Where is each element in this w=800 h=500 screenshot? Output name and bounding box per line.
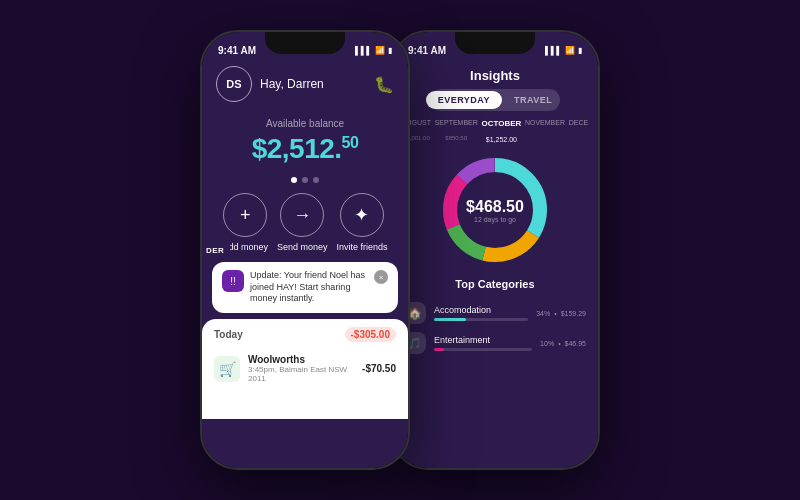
month-october-label: OCTOBER bbox=[481, 119, 521, 128]
carousel-dots bbox=[202, 177, 408, 183]
right-wifi-icon: 📶 bbox=[565, 46, 575, 55]
battery-icon: ▮ bbox=[388, 46, 392, 55]
month-september[interactable]: SEPTEMBER $850.50 bbox=[435, 119, 478, 146]
left-phone: 9:41 AM ▌▌▌ 📶 ▮ DS Hay, Darren 🐛 Availab… bbox=[200, 30, 410, 470]
balance-amount: $2,512.50 bbox=[202, 133, 408, 165]
entertainment-bar bbox=[434, 348, 444, 351]
dot-2[interactable] bbox=[302, 177, 308, 183]
accommodation-bar bbox=[434, 318, 466, 321]
left-time: 9:41 AM bbox=[218, 45, 256, 56]
transactions-header: Today -$305.00 bbox=[214, 327, 396, 342]
right-notch bbox=[455, 32, 535, 54]
entertainment-dot: • bbox=[558, 340, 560, 347]
wifi-icon: 📶 bbox=[375, 46, 385, 55]
balance-label: Available balance bbox=[202, 118, 408, 129]
balance-section: Available balance $2,512.50 bbox=[202, 108, 408, 171]
transaction-info: Woolworths 3:45pm, Balmain East NSW 2011 bbox=[248, 354, 354, 383]
send-money-button[interactable]: → Send money bbox=[277, 193, 328, 252]
donut-chart: $468.50 12 days to go bbox=[392, 150, 598, 270]
month-november[interactable]: NOVEMBER bbox=[525, 119, 565, 146]
balance-dollars: $2,512. bbox=[252, 133, 342, 164]
right-battery-icon: ▮ bbox=[578, 46, 582, 55]
tab-travel[interactable]: TRAVEL bbox=[502, 91, 564, 109]
month-september-amount: $850.50 bbox=[445, 135, 467, 141]
transaction-total: -$305.00 bbox=[345, 327, 396, 342]
action-buttons: + Add money → Send money ✦ Invite friend… bbox=[202, 189, 408, 256]
tab-everyday[interactable]: EVERYDAY bbox=[426, 91, 502, 109]
merchant-name: Woolworths bbox=[248, 354, 354, 365]
dot-1[interactable] bbox=[291, 177, 297, 183]
accommodation-bar-bg bbox=[434, 318, 528, 321]
invite-friends-label: Invite friends bbox=[336, 242, 387, 252]
accommodation-dot: • bbox=[554, 310, 556, 317]
transactions-panel: Today -$305.00 🛒 Woolworths 3:45pm, Balm… bbox=[202, 319, 408, 419]
dot-3[interactable] bbox=[313, 177, 319, 183]
left-screen: 9:41 AM ▌▌▌ 📶 ▮ DS Hay, Darren 🐛 Availab… bbox=[202, 32, 408, 468]
months-row: AUGUST $1,001.00 SEPTEMBER $850.50 OCTOB… bbox=[392, 119, 598, 146]
entertainment-meta: 10% • $46.95 bbox=[540, 340, 586, 347]
notification-close-button[interactable]: × bbox=[374, 270, 388, 284]
edge-label: DER bbox=[202, 242, 230, 259]
left-notch bbox=[265, 32, 345, 54]
month-september-label: SEPTEMBER bbox=[435, 119, 478, 126]
insights-title: Insights bbox=[392, 60, 598, 89]
accommodation-amount: $159.29 bbox=[561, 310, 586, 317]
table-row[interactable]: 🛒 Woolworths 3:45pm, Balmain East NSW 20… bbox=[214, 350, 396, 387]
bug-icon[interactable]: 🐛 bbox=[374, 75, 394, 94]
send-money-label: Send money bbox=[277, 242, 328, 252]
entertainment-bar-bg bbox=[434, 348, 532, 351]
donut-center: $468.50 12 days to go bbox=[466, 198, 524, 223]
merchant-logo: 🛒 bbox=[214, 356, 240, 382]
signal-icon: ▌▌▌ bbox=[355, 46, 372, 55]
entertainment-percent: 10% bbox=[540, 340, 554, 347]
accommodation-name: Accomodation bbox=[434, 305, 528, 315]
user-name: Hay, Darren bbox=[260, 77, 374, 91]
notification-icon: !! bbox=[222, 270, 244, 292]
send-money-icon: → bbox=[280, 193, 324, 237]
right-signal-icon: ▌▌▌ bbox=[545, 46, 562, 55]
phones-container: 9:41 AM ▌▌▌ 📶 ▮ DS Hay, Darren 🐛 Availab… bbox=[0, 0, 800, 500]
tab-bar: EVERYDAY TRAVEL bbox=[430, 89, 560, 111]
month-november-label: NOVEMBER bbox=[525, 119, 565, 126]
add-money-icon: + bbox=[223, 193, 267, 237]
month-december[interactable]: DECE bbox=[569, 119, 588, 146]
entertainment-name: Entertainment bbox=[434, 335, 532, 345]
left-header: DS Hay, Darren 🐛 bbox=[202, 60, 408, 108]
right-phone: 9:41 AM ▌▌▌ 📶 ▮ Insights EVERYDAY TRAVEL… bbox=[390, 30, 600, 470]
month-december-label: DECE bbox=[569, 119, 588, 126]
invite-friends-button[interactable]: ✦ Invite friends bbox=[336, 193, 387, 252]
notification-text: Update: Your friend Noel has joined HAY!… bbox=[250, 270, 368, 305]
left-status-icons: ▌▌▌ 📶 ▮ bbox=[355, 46, 392, 55]
balance-cents: 50 bbox=[342, 134, 359, 151]
donut-subtitle: 12 days to go bbox=[466, 216, 524, 223]
list-item[interactable]: 🎵 Entertainment 10% • $46.95 bbox=[392, 328, 598, 358]
entertainment-info: Entertainment bbox=[434, 335, 532, 351]
transaction-date: Today bbox=[214, 329, 243, 340]
accommodation-meta: 34% • $159.29 bbox=[536, 310, 586, 317]
right-status-icons: ▌▌▌ 📶 ▮ bbox=[545, 46, 582, 55]
accommodation-info: Accomodation bbox=[434, 305, 528, 321]
entertainment-amount: $46.95 bbox=[565, 340, 586, 347]
categories-title: Top Categories bbox=[392, 278, 598, 290]
avatar[interactable]: DS bbox=[216, 66, 252, 102]
list-item[interactable]: 🏠 Accomodation 34% • $159.29 bbox=[392, 298, 598, 328]
month-october[interactable]: OCTOBER $1,252.00 bbox=[481, 119, 521, 146]
transaction-amount: -$70.50 bbox=[362, 363, 396, 374]
right-screen: 9:41 AM ▌▌▌ 📶 ▮ Insights EVERYDAY TRAVEL… bbox=[392, 32, 598, 468]
transaction-sub: 3:45pm, Balmain East NSW 2011 bbox=[248, 365, 354, 383]
accommodation-percent: 34% bbox=[536, 310, 550, 317]
notification-banner: !! Update: Your friend Noel has joined H… bbox=[212, 262, 398, 313]
invite-friends-icon: ✦ bbox=[340, 193, 384, 237]
right-time: 9:41 AM bbox=[408, 45, 446, 56]
month-october-amount: $1,252.00 bbox=[486, 136, 517, 143]
donut-amount: $468.50 bbox=[466, 198, 524, 216]
